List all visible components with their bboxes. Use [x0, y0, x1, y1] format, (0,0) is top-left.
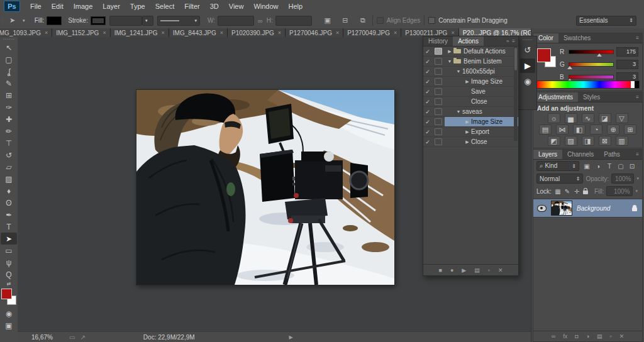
width-field[interactable] — [218, 16, 254, 26]
channel-value-field[interactable]: 175 — [616, 47, 638, 57]
dialog-toggle-icon[interactable] — [435, 68, 442, 75]
panel-menu-icon[interactable]: ≡ — [636, 94, 639, 100]
layer-thumbnail[interactable] — [551, 201, 572, 216]
actions-panel-icon[interactable]: ▶ — [520, 58, 535, 73]
height-field[interactable] — [275, 16, 312, 26]
channel-mixer-icon[interactable]: ⊕ — [607, 124, 619, 135]
history-panel-icon[interactable]: ↺ — [520, 43, 535, 57]
screen-mode-button[interactable]: ▣ — [1, 319, 17, 331]
channel-value-field[interactable]: 3 — [616, 60, 638, 69]
menu-item-view[interactable]: View — [229, 3, 244, 10]
play-icon[interactable]: ▶ — [462, 267, 466, 273]
blend-mode-dropdown[interactable]: Normal ⇕ — [536, 174, 583, 184]
layer-row-background[interactable]: Background — [533, 199, 642, 218]
panel-menu-icon[interactable]: ≡ — [636, 35, 639, 41]
panel-tab-channels[interactable]: Channels — [562, 150, 599, 159]
lock-all-icon[interactable] — [583, 190, 588, 194]
stroke-type-dropdown[interactable]: ▾ — [157, 16, 200, 26]
fill-field[interactable]: 100% — [606, 186, 633, 196]
slider-thumb[interactable] — [597, 53, 602, 57]
filter-smart-objects-icon[interactable]: ⊡ — [627, 163, 637, 170]
stroke-swatch[interactable] — [91, 16, 106, 25]
panel-tab-history[interactable]: History — [423, 36, 453, 46]
type-tool[interactable]: T — [1, 221, 17, 233]
channel-slider[interactable] — [569, 50, 614, 54]
action-row-image-size[interactable]: ✓▶Image Size — [423, 117, 518, 127]
menu-item-select[interactable]: Select — [155, 3, 175, 10]
layer-effects-icon[interactable]: fx — [563, 333, 567, 339]
exposure-icon[interactable]: ◪ — [599, 113, 611, 123]
document-tab-p1270046-jpg[interactable]: P1270046.JPG× — [286, 28, 343, 37]
channel-slider[interactable] — [569, 75, 614, 79]
slider-thumb[interactable] — [567, 66, 572, 69]
tab-close-icon[interactable]: × — [220, 30, 223, 36]
color-lookup-icon[interactable]: ⊞ — [624, 124, 636, 135]
expand-closed-icon[interactable]: ▶ — [464, 140, 471, 145]
link-layers-icon[interactable]: ∞ — [552, 333, 555, 339]
panel-tab-styles[interactable]: Styles — [578, 92, 605, 102]
toolbar-grip[interactable]: •••••• — [3, 37, 15, 41]
new-layer-icon[interactable]: ▫ — [610, 333, 612, 339]
document-tab-img-1152-jpg[interactable]: IMG_1152.JPG× — [52, 28, 110, 37]
swap-colors-icon[interactable]: ⇄ — [1, 280, 17, 287]
menu-item-type[interactable]: Type — [130, 3, 145, 10]
tab-close-icon[interactable]: × — [45, 30, 48, 36]
dialog-toggle-icon[interactable] — [435, 108, 442, 115]
delete-icon[interactable]: ✕ — [498, 267, 503, 273]
action-row-close[interactable]: ✓▶Close — [423, 137, 518, 147]
document-tab-img-1241-jpg[interactable]: IMG_1241.JPG× — [111, 28, 169, 37]
panel-menu-icon[interactable]: ≡ — [636, 152, 639, 157]
brush-tool[interactable]: ✏ — [1, 125, 17, 137]
lock-transparency-icon[interactable]: ▦ — [554, 188, 562, 195]
collapse-panel-icon[interactable]: » — [506, 38, 509, 44]
fill-swatch[interactable] — [47, 16, 62, 25]
document-tab-img-8443-jpg[interactable]: IMG_8443.JPG× — [169, 28, 228, 37]
stroke-width-field[interactable] — [109, 16, 142, 26]
lock-move-icon[interactable]: ✛ — [573, 188, 580, 195]
dialog-toggle-icon[interactable] — [435, 138, 442, 145]
lasso-tool[interactable]: ʆ — [1, 65, 17, 77]
path-operations-icon[interactable]: ▣ — [322, 16, 333, 25]
gradient-tool[interactable]: ▨ — [1, 173, 17, 185]
zoom-level-field[interactable]: 16,67% — [29, 333, 63, 341]
foreground-color-swatch[interactable] — [537, 48, 551, 62]
menu-item-layer[interactable]: Layer — [103, 3, 120, 10]
fill-stepper-icon[interactable]: ▾ — [635, 189, 638, 194]
action-row-benim-listem[interactable]: ✓▼Benim Listem — [423, 57, 518, 67]
quick-mask-button[interactable]: ◉ — [1, 307, 17, 319]
include-check-icon[interactable]: ✓ — [423, 89, 432, 95]
stop-icon[interactable]: ■ — [438, 267, 441, 273]
gradient-map-icon[interactable]: ▥ — [616, 136, 628, 146]
menu-item-help[interactable]: Help — [289, 3, 303, 10]
new-set-icon[interactable]: ▤ — [474, 267, 480, 273]
healing-brush-tool[interactable]: ✚ — [1, 113, 17, 125]
layer-visibility-icon[interactable] — [537, 205, 547, 212]
foreground-color-swatch[interactable] — [1, 289, 12, 299]
tab-close-icon[interactable]: × — [103, 30, 106, 36]
eyedropper-tool[interactable]: ✑ — [1, 101, 17, 113]
panel-menu-icon[interactable]: ≡ — [512, 38, 515, 44]
action-row-1600x55dpi[interactable]: ✓▼1600x55dpi — [423, 67, 518, 77]
eraser-tool[interactable]: ▱ — [1, 161, 17, 173]
quick-selection-tool[interactable]: ✎ — [1, 77, 17, 89]
delete-layer-icon[interactable]: ✕ — [619, 333, 625, 339]
status-badge-icon[interactable]: ▭ — [69, 334, 75, 341]
menu-item-window[interactable]: Window — [253, 3, 278, 10]
expand-open-icon[interactable]: ▼ — [455, 69, 462, 74]
dialog-toggle-icon[interactable] — [435, 58, 442, 65]
filter-type-layers-icon[interactable]: T — [604, 163, 614, 170]
panel-tab-actions[interactable]: Actions — [453, 36, 484, 46]
layer-mask-icon[interactable]: ◘ — [575, 333, 578, 339]
status-share-icon[interactable]: ↗ — [80, 334, 85, 341]
action-row-save[interactable]: ✓Save — [423, 87, 518, 97]
posterize-icon[interactable]: ▨ — [565, 136, 577, 146]
tab-close-icon[interactable]: × — [394, 30, 397, 36]
doc-size-info[interactable]: Doc: 22,9M/22,9M — [143, 334, 195, 341]
constrain-path-dragging-checkbox[interactable] — [428, 17, 435, 24]
expand-closed-icon[interactable]: ▶ — [464, 119, 471, 124]
lock-paint-icon[interactable]: ✎ — [564, 188, 571, 195]
marquee-tool[interactable]: ▢ — [1, 53, 17, 65]
history-brush-tool[interactable]: ↺ — [1, 149, 17, 161]
panel-tab-swatches[interactable]: Swatches — [558, 33, 596, 43]
align-edges-checkbox[interactable] — [377, 17, 384, 24]
